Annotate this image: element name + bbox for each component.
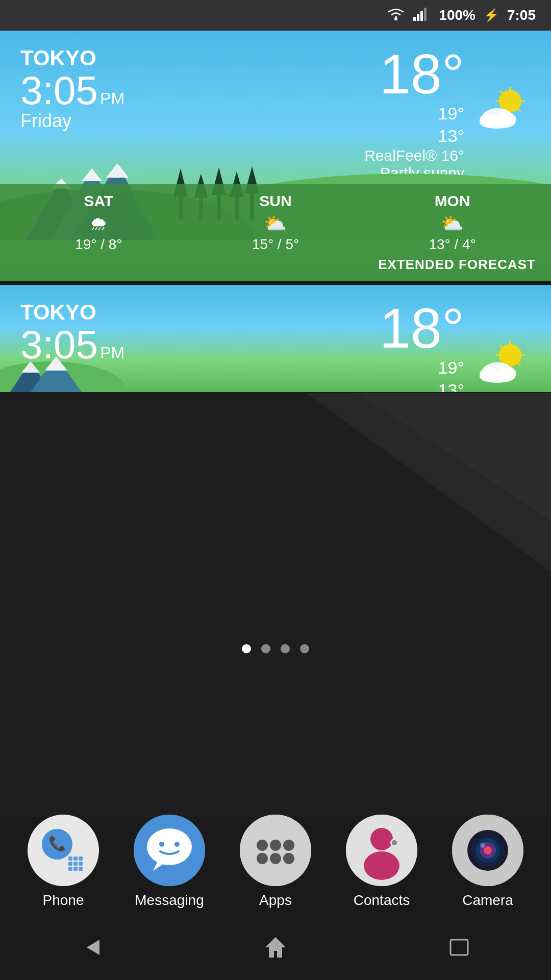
svg-point-75 <box>283 853 294 864</box>
svg-point-74 <box>270 853 281 864</box>
clock: 7:05 <box>507 7 536 23</box>
svg-marker-88 <box>87 940 99 955</box>
widget1-city: TOKYO <box>20 46 124 70</box>
svg-line-11 <box>517 108 520 111</box>
phone-label: Phone <box>43 892 84 909</box>
nav-bar <box>0 919 551 980</box>
dock-item-messaging[interactable]: Messaging <box>134 815 205 909</box>
svg-point-72 <box>283 840 294 851</box>
dock-item-phone[interactable]: 📞 Phone <box>28 815 99 909</box>
phone-icon: 📞 <box>28 815 99 886</box>
home-button[interactable] <box>253 924 298 975</box>
svg-point-86 <box>484 846 492 854</box>
contacts-icon <box>346 815 417 886</box>
camera-icon <box>452 815 523 886</box>
forecast-mon: MON ⛅ 13° / 4° <box>429 192 475 253</box>
svg-marker-89 <box>265 937 286 958</box>
svg-rect-2 <box>417 14 419 21</box>
widget2-city: TOKYO <box>20 300 124 325</box>
svg-rect-56 <box>73 856 78 861</box>
forecast-sat: SAT 🌧 19° / 8° <box>75 192 122 253</box>
recents-button[interactable] <box>436 924 482 975</box>
svg-point-67 <box>159 842 164 847</box>
dock-item-apps[interactable]: Apps <box>240 815 311 909</box>
page-dot-2[interactable] <box>261 644 270 653</box>
svg-rect-57 <box>79 856 83 861</box>
svg-rect-63 <box>79 867 83 871</box>
status-bar: 100% ⚡ 7:05 <box>0 0 551 31</box>
widget1-time: 3:05 PM <box>20 70 124 110</box>
svg-rect-4 <box>424 8 427 21</box>
svg-point-0 <box>394 17 397 20</box>
battery-icon: ⚡ <box>484 8 499 22</box>
svg-rect-62 <box>73 867 78 871</box>
svg-rect-1 <box>413 17 416 21</box>
widget2-range: 19° 13° <box>364 356 464 392</box>
svg-point-68 <box>174 842 180 847</box>
page-dot-4[interactable] <box>300 644 309 653</box>
signal-icon <box>413 7 431 24</box>
messaging-icon <box>134 815 205 886</box>
svg-point-77 <box>370 828 393 850</box>
svg-point-80 <box>392 840 397 845</box>
svg-rect-61 <box>68 867 72 871</box>
widget1-day: Friday <box>20 110 124 132</box>
svg-line-10 <box>500 91 503 94</box>
svg-point-78 <box>364 851 399 880</box>
forecast-days: SAT 🌧 19° / 8° SUN ⛅ 15° / 5° MON ⛅ 13° … <box>0 192 551 253</box>
back-button[interactable] <box>69 924 115 975</box>
svg-point-73 <box>257 853 268 864</box>
page-dot-1[interactable] <box>242 644 251 653</box>
apps-icon <box>240 815 311 886</box>
widget1-temp: 18° <box>364 46 464 102</box>
svg-marker-52 <box>357 393 551 521</box>
wifi-icon <box>387 7 405 24</box>
apps-label: Apps <box>259 892 292 909</box>
svg-point-65 <box>147 828 192 865</box>
dock-item-contacts[interactable]: Contacts <box>346 815 417 909</box>
svg-point-45 <box>480 371 515 383</box>
widget2-weather: 18° 19° 13° RealFeel® 16° Partly sunny <box>364 300 531 392</box>
extended-forecast-link[interactable]: EXTENDED FORECAST <box>0 253 551 275</box>
widget1-range: 19° 13° <box>364 102 464 147</box>
widget2-weather-icon <box>474 340 531 392</box>
dock-item-camera[interactable]: Camera <box>452 815 523 909</box>
camera-label: Camera <box>462 892 513 909</box>
svg-rect-60 <box>79 862 83 866</box>
weather-widget-2[interactable]: TOKYO 3:05 PM Friday 18° 19° 13° RealFee… <box>0 285 551 392</box>
svg-point-15 <box>480 116 515 129</box>
svg-rect-58 <box>68 862 72 866</box>
svg-point-71 <box>270 840 281 851</box>
svg-rect-3 <box>420 11 423 21</box>
svg-point-70 <box>257 840 268 851</box>
battery-percentage: 100% <box>439 7 475 23</box>
contacts-label: Contacts <box>354 892 410 909</box>
svg-point-87 <box>480 843 485 848</box>
svg-line-41 <box>517 362 520 365</box>
dock: 📞 Phone <box>0 815 551 909</box>
svg-rect-55 <box>68 856 72 861</box>
svg-rect-59 <box>73 862 78 866</box>
page-dot-3[interactable] <box>281 644 290 653</box>
svg-line-40 <box>500 345 503 348</box>
widget2-temp: 18° <box>364 300 464 356</box>
messaging-label: Messaging <box>135 892 204 909</box>
weather-widget-1[interactable]: TOKYO 3:05 PM Friday 18° 19° 13° RealFee… <box>0 31 551 281</box>
forecast-bar[interactable]: SAT 🌧 19° / 8° SUN ⛅ 15° / 5° MON ⛅ 13° … <box>0 184 551 281</box>
svg-rect-90 <box>450 940 468 955</box>
widget1-weather-icon <box>474 86 531 142</box>
page-indicators <box>0 644 551 653</box>
svg-text:📞: 📞 <box>48 835 66 852</box>
forecast-sun: SUN ⛅ 15° / 5° <box>252 192 299 253</box>
